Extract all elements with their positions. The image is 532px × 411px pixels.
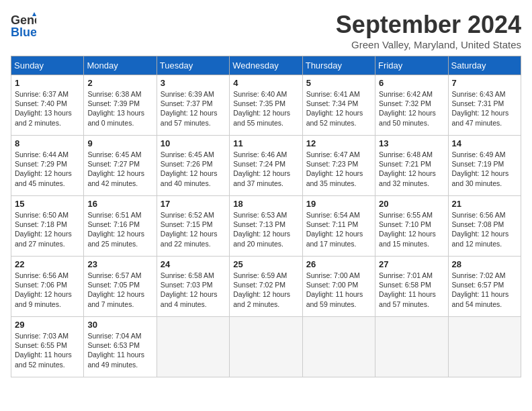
calendar-cell: 10 Sunrise: 6:45 AMSunset: 7:26 PMDaylig… bbox=[157, 136, 229, 196]
day-info: Sunrise: 6:46 AMSunset: 7:24 PMDaylight:… bbox=[233, 150, 290, 187]
day-info: Sunrise: 7:04 AMSunset: 6:53 PMDaylight:… bbox=[87, 332, 144, 369]
day-number: 28 bbox=[452, 259, 517, 269]
calendar-cell: 25 Sunrise: 6:59 AMSunset: 7:02 PMDaylig… bbox=[230, 257, 302, 317]
day-info: Sunrise: 6:41 AMSunset: 7:34 PMDaylight:… bbox=[306, 90, 363, 127]
calendar-cell: 11 Sunrise: 6:46 AMSunset: 7:24 PMDaylig… bbox=[230, 136, 302, 196]
calendar-cell: 24 Sunrise: 6:58 AMSunset: 7:03 PMDaylig… bbox=[157, 257, 229, 317]
day-number: 16 bbox=[87, 199, 152, 209]
day-info: Sunrise: 6:59 AMSunset: 7:02 PMDaylight:… bbox=[233, 271, 290, 308]
calendar-cell: 27 Sunrise: 7:01 AMSunset: 6:58 PMDaylig… bbox=[375, 257, 448, 317]
day-number: 5 bbox=[306, 78, 371, 88]
day-number: 14 bbox=[452, 138, 517, 148]
calendar-cell: 1 Sunrise: 6:37 AMSunset: 7:40 PMDayligh… bbox=[11, 75, 84, 136]
day-number: 18 bbox=[233, 199, 298, 209]
day-number: 15 bbox=[15, 199, 80, 209]
day-number: 23 bbox=[87, 259, 152, 269]
calendar-cell: 30 Sunrise: 7:04 AMSunset: 6:53 PMDaylig… bbox=[84, 317, 157, 377]
calendar-cell bbox=[448, 317, 521, 377]
day-number: 12 bbox=[306, 138, 371, 148]
day-info: Sunrise: 6:52 AMSunset: 7:15 PMDaylight:… bbox=[161, 211, 218, 248]
month-title: September 2024 bbox=[336, 11, 521, 39]
calendar-cell: 8 Sunrise: 6:44 AMSunset: 7:29 PMDayligh… bbox=[11, 136, 84, 196]
calendar-cell: 15 Sunrise: 6:50 AMSunset: 7:18 PMDaylig… bbox=[11, 196, 84, 257]
calendar-body: 1 Sunrise: 6:37 AMSunset: 7:40 PMDayligh… bbox=[11, 75, 521, 377]
day-info: Sunrise: 6:54 AMSunset: 7:11 PMDaylight:… bbox=[306, 211, 363, 248]
calendar-cell bbox=[302, 317, 375, 377]
calendar-cell bbox=[375, 317, 448, 377]
calendar-week-5: 29 Sunrise: 7:03 AMSunset: 6:55 PMDaylig… bbox=[11, 317, 521, 377]
weekday-header-monday: Monday bbox=[84, 56, 157, 75]
calendar-cell: 28 Sunrise: 7:02 AMSunset: 6:57 PMDaylig… bbox=[448, 257, 521, 317]
day-number: 9 bbox=[87, 138, 152, 148]
calendar-cell: 23 Sunrise: 6:57 AMSunset: 7:05 PMDaylig… bbox=[84, 257, 157, 317]
calendar-cell bbox=[157, 317, 229, 377]
weekday-header-friday: Friday bbox=[375, 56, 448, 75]
calendar-cell: 12 Sunrise: 6:47 AMSunset: 7:23 PMDaylig… bbox=[302, 136, 375, 196]
day-number: 19 bbox=[306, 199, 371, 209]
day-number: 1 bbox=[15, 78, 80, 88]
calendar-cell: 13 Sunrise: 6:48 AMSunset: 7:21 PMDaylig… bbox=[375, 136, 448, 196]
day-number: 17 bbox=[161, 199, 226, 209]
calendar-cell: 21 Sunrise: 6:56 AMSunset: 7:08 PMDaylig… bbox=[448, 196, 521, 257]
calendar-cell: 9 Sunrise: 6:45 AMSunset: 7:27 PMDayligh… bbox=[84, 136, 157, 196]
svg-text:Blue: Blue bbox=[11, 26, 36, 39]
day-number: 10 bbox=[161, 138, 226, 148]
logo: General Blue bbox=[11, 11, 36, 39]
calendar-cell: 18 Sunrise: 6:53 AMSunset: 7:13 PMDaylig… bbox=[230, 196, 302, 257]
calendar-cell: 26 Sunrise: 7:00 AMSunset: 7:00 PMDaylig… bbox=[302, 257, 375, 317]
calendar-cell: 19 Sunrise: 6:54 AMSunset: 7:11 PMDaylig… bbox=[302, 196, 375, 257]
day-info: Sunrise: 6:44 AMSunset: 7:29 PMDaylight:… bbox=[15, 150, 72, 187]
day-info: Sunrise: 6:40 AMSunset: 7:35 PMDaylight:… bbox=[233, 90, 290, 127]
day-number: 11 bbox=[233, 138, 298, 148]
calendar-cell bbox=[230, 317, 302, 377]
day-info: Sunrise: 7:00 AMSunset: 7:00 PMDaylight:… bbox=[306, 271, 363, 308]
day-number: 29 bbox=[15, 320, 80, 330]
weekday-header-wednesday: Wednesday bbox=[230, 56, 302, 75]
day-info: Sunrise: 6:56 AMSunset: 7:08 PMDaylight:… bbox=[452, 211, 509, 248]
page-header: General Blue September 2024 Green Valley… bbox=[11, 11, 521, 50]
day-info: Sunrise: 6:58 AMSunset: 7:03 PMDaylight:… bbox=[161, 271, 218, 308]
calendar-cell: 6 Sunrise: 6:42 AMSunset: 7:32 PMDayligh… bbox=[375, 75, 448, 136]
day-info: Sunrise: 6:47 AMSunset: 7:23 PMDaylight:… bbox=[306, 150, 363, 187]
day-info: Sunrise: 6:51 AMSunset: 7:16 PMDaylight:… bbox=[87, 211, 144, 248]
day-info: Sunrise: 6:37 AMSunset: 7:40 PMDaylight:… bbox=[15, 90, 72, 127]
calendar-cell: 3 Sunrise: 6:39 AMSunset: 7:37 PMDayligh… bbox=[157, 75, 229, 136]
day-number: 22 bbox=[15, 259, 80, 269]
calendar-week-2: 8 Sunrise: 6:44 AMSunset: 7:29 PMDayligh… bbox=[11, 136, 521, 196]
calendar-cell: 17 Sunrise: 6:52 AMSunset: 7:15 PMDaylig… bbox=[157, 196, 229, 257]
day-info: Sunrise: 6:48 AMSunset: 7:21 PMDaylight:… bbox=[379, 150, 436, 187]
day-number: 3 bbox=[161, 78, 226, 88]
calendar-cell: 16 Sunrise: 6:51 AMSunset: 7:16 PMDaylig… bbox=[84, 196, 157, 257]
calendar-cell: 2 Sunrise: 6:38 AMSunset: 7:39 PMDayligh… bbox=[84, 75, 157, 136]
day-number: 25 bbox=[233, 259, 298, 269]
calendar-week-4: 22 Sunrise: 6:56 AMSunset: 7:06 PMDaylig… bbox=[11, 257, 521, 317]
logo-icon: General Blue bbox=[11, 11, 36, 39]
calendar-cell: 22 Sunrise: 6:56 AMSunset: 7:06 PMDaylig… bbox=[11, 257, 84, 317]
day-number: 4 bbox=[233, 78, 298, 88]
day-info: Sunrise: 6:45 AMSunset: 7:27 PMDaylight:… bbox=[87, 150, 144, 187]
day-info: Sunrise: 6:38 AMSunset: 7:39 PMDaylight:… bbox=[87, 90, 144, 127]
calendar-cell: 4 Sunrise: 6:40 AMSunset: 7:35 PMDayligh… bbox=[230, 75, 302, 136]
svg-text:General: General bbox=[11, 13, 36, 27]
calendar-week-1: 1 Sunrise: 6:37 AMSunset: 7:40 PMDayligh… bbox=[11, 75, 521, 136]
day-number: 27 bbox=[379, 259, 444, 269]
weekday-header-tuesday: Tuesday bbox=[157, 56, 229, 75]
day-number: 26 bbox=[306, 259, 371, 269]
weekday-header-sunday: Sunday bbox=[11, 56, 84, 75]
day-number: 6 bbox=[379, 78, 444, 88]
day-number: 20 bbox=[379, 199, 444, 209]
calendar-cell: 29 Sunrise: 7:03 AMSunset: 6:55 PMDaylig… bbox=[11, 317, 84, 377]
day-number: 13 bbox=[379, 138, 444, 148]
day-info: Sunrise: 6:49 AMSunset: 7:19 PMDaylight:… bbox=[452, 150, 509, 187]
day-info: Sunrise: 6:50 AMSunset: 7:18 PMDaylight:… bbox=[15, 211, 72, 248]
calendar-cell: 14 Sunrise: 6:49 AMSunset: 7:19 PMDaylig… bbox=[448, 136, 521, 196]
day-info: Sunrise: 6:42 AMSunset: 7:32 PMDaylight:… bbox=[379, 90, 436, 127]
calendar-cell: 20 Sunrise: 6:55 AMSunset: 7:10 PMDaylig… bbox=[375, 196, 448, 257]
day-info: Sunrise: 7:01 AMSunset: 6:58 PMDaylight:… bbox=[379, 271, 436, 308]
day-info: Sunrise: 6:45 AMSunset: 7:26 PMDaylight:… bbox=[161, 150, 218, 187]
day-number: 21 bbox=[452, 199, 517, 209]
day-number: 7 bbox=[452, 78, 517, 88]
day-info: Sunrise: 6:55 AMSunset: 7:10 PMDaylight:… bbox=[379, 211, 436, 248]
day-info: Sunrise: 6:57 AMSunset: 7:05 PMDaylight:… bbox=[87, 271, 144, 308]
calendar-cell: 5 Sunrise: 6:41 AMSunset: 7:34 PMDayligh… bbox=[302, 75, 375, 136]
